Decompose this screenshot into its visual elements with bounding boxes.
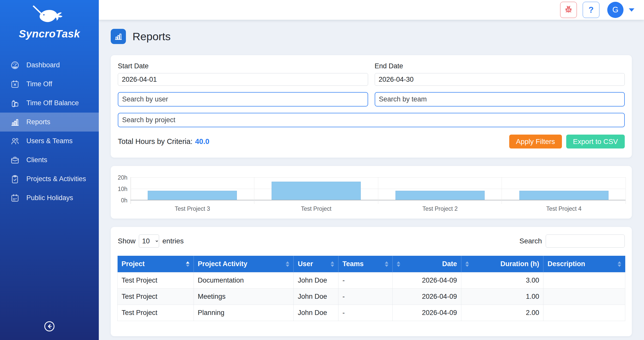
bar-chart-icon — [114, 32, 123, 41]
y-axis-tick: 20h — [118, 174, 127, 181]
y-axis-tick: 10h — [118, 186, 127, 193]
start-date-field: Start Date — [118, 62, 368, 86]
help-label: ? — [589, 5, 594, 15]
x-axis-label: Test Project 3 — [130, 205, 254, 212]
chart-bar-test-project-4 — [519, 191, 609, 200]
sidebar-item-reports[interactable]: Reports — [0, 113, 99, 132]
sort-arrows-icon — [397, 261, 400, 267]
start-date-input[interactable] — [118, 73, 368, 86]
chart-y-axis: 0h10h20h — [114, 171, 130, 204]
cell-project: Test Project — [118, 272, 194, 289]
sidebar-item-time-off[interactable]: Time Off — [0, 75, 99, 94]
app-name: SyncroTask — [19, 28, 80, 40]
main-content: Reports Start Date End Date Total Hours … — [99, 20, 644, 340]
chart-bar-test-project — [272, 182, 361, 200]
report-bug-button[interactable] — [560, 2, 577, 18]
help-button[interactable]: ? — [583, 2, 599, 18]
category-separator — [626, 177, 626, 204]
cell-date: 2026-04-09 — [393, 305, 461, 321]
chart-area: 0h10h20h — [114, 171, 626, 204]
cell-project: Test Project — [118, 305, 194, 321]
x-axis-label: Test Project — [254, 205, 378, 212]
table-header-row: ProjectProject ActivityUserTeamsDateDura… — [118, 256, 625, 272]
x-axis-line — [130, 200, 626, 200]
apply-filters-button[interactable]: Apply Filters — [509, 135, 562, 148]
search-by-user-input[interactable] — [118, 92, 368, 107]
hours-by-project-chart: 0h10h20h Test Project 3Test ProjectTest … — [111, 166, 632, 219]
column-header-duration-h[interactable]: Duration (h) — [461, 256, 543, 272]
briefcase-icon — [10, 155, 20, 165]
column-header-date[interactable]: Date — [393, 256, 461, 272]
export-csv-button[interactable]: Export to CSV — [566, 135, 625, 148]
cell-project-activity: Planning — [194, 305, 294, 321]
sidebar-item-users-teams[interactable]: Users & Teams — [0, 132, 99, 151]
sidebar-item-dashboard[interactable]: Dashboard — [0, 56, 99, 75]
chevron-down-icon[interactable] — [629, 8, 634, 12]
calendar-dots-icon — [10, 193, 20, 203]
calendar-x-icon — [10, 79, 20, 89]
cell-user: John Doe — [294, 272, 338, 289]
cell-description — [543, 305, 625, 321]
x-axis-label: Test Project 4 — [502, 205, 626, 212]
cell-teams: - — [338, 305, 392, 321]
column-header-teams[interactable]: Teams — [338, 256, 392, 272]
sidebar-item-label: Projects & Activities — [26, 175, 86, 183]
app-logo: SyncroTask — [0, 0, 99, 40]
table-search-control: Search — [519, 235, 625, 248]
cell-project-activity: Meetings — [194, 289, 294, 305]
column-header-project-activity[interactable]: Project Activity — [194, 256, 294, 272]
users-icon — [10, 136, 20, 146]
sidebar-item-label: Clients — [26, 156, 47, 164]
column-header-project[interactable]: Project — [118, 256, 194, 272]
sort-arrows-icon — [618, 261, 621, 267]
table-search-label: Search — [519, 237, 542, 245]
avatar-initial: G — [612, 5, 618, 14]
page-size-select[interactable]: 10 — [139, 235, 159, 248]
end-date-field: End Date — [375, 62, 625, 86]
cell-date: 2026-04-09 — [393, 272, 461, 289]
table-controls: Show 10 entries Search — [118, 235, 625, 248]
sidebar: SyncroTask DashboardTime OffTime Off Bal… — [0, 0, 99, 340]
end-date-input[interactable] — [375, 73, 625, 86]
user-avatar[interactable]: G — [607, 2, 623, 18]
chart-x-labels: Test Project 3Test ProjectTest Project 2… — [114, 205, 626, 212]
column-label: Description — [547, 260, 585, 268]
entries-label: entries — [162, 237, 184, 245]
search-by-team-input[interactable] — [375, 92, 625, 107]
end-date-label: End Date — [375, 62, 625, 70]
sidebar-item-label: Reports — [26, 118, 50, 126]
column-header-description[interactable]: Description — [543, 256, 625, 272]
table-body: Test ProjectDocumentationJohn Doe-2026-0… — [118, 272, 625, 321]
sidebar-menu: DashboardTime OffTime Off BalanceReports… — [0, 56, 99, 207]
show-label: Show — [118, 237, 136, 245]
total-hours-label: Total Hours by Criteria: — [118, 137, 193, 146]
sidebar-item-clients[interactable]: Clients — [0, 151, 99, 169]
table-row: Test ProjectDocumentationJohn Doe-2026-0… — [118, 272, 625, 289]
column-header-user[interactable]: User — [294, 256, 338, 272]
report-table: ProjectProject ActivityUserTeamsDateDura… — [117, 256, 625, 321]
cell-project-activity: Documentation — [194, 272, 294, 289]
sidebar-item-projects-activities[interactable]: Projects & Activities — [0, 169, 99, 188]
column-label: Project — [122, 260, 145, 268]
column-label: Teams — [343, 260, 364, 268]
sidebar-collapse-button[interactable] — [43, 320, 55, 333]
topbar: ? G — [99, 0, 644, 20]
cell-teams: - — [338, 272, 392, 289]
cell-teams: - — [338, 289, 392, 305]
start-date-label: Start Date — [118, 62, 368, 70]
cell-description — [543, 289, 625, 305]
clipboard-icon — [10, 174, 20, 184]
chart-bar-test-project-2 — [395, 191, 485, 200]
sidebar-item-label: Users & Teams — [26, 137, 73, 145]
sidebar-item-label: Public Holidays — [26, 194, 73, 202]
bug-icon — [564, 5, 573, 15]
search-by-project-input[interactable] — [118, 113, 625, 127]
filters-panel: Start Date End Date Total Hours by Crite… — [111, 55, 632, 158]
sidebar-item-label: Time Off Balance — [26, 99, 79, 107]
page-title: Reports — [132, 30, 171, 43]
sidebar-item-time-off-balance[interactable]: Time Off Balance — [0, 94, 99, 113]
sidebar-item-public-holidays[interactable]: Public Holidays — [0, 188, 99, 207]
table-row: Test ProjectPlanningJohn Doe-2026-04-092… — [118, 305, 625, 321]
cell-duration-h: 2.00 — [461, 305, 543, 321]
table-search-input[interactable] — [546, 235, 625, 248]
